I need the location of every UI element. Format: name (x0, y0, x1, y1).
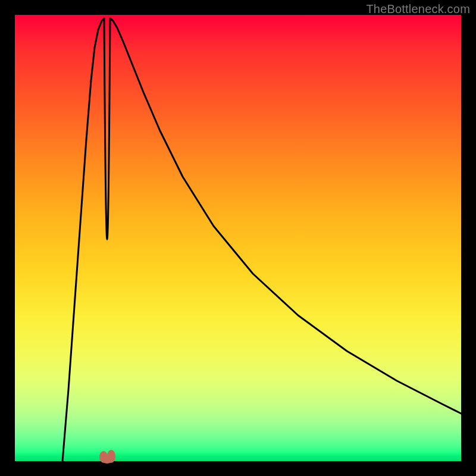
curve-right-branch (110, 18, 461, 414)
curve-layer (15, 15, 461, 461)
curve-valley-floor (104, 18, 110, 240)
chart-frame: TheBottleneck.com (0, 0, 476, 476)
watermark-text: TheBottleneck.com (366, 2, 470, 16)
plot-area (15, 15, 461, 461)
curve-left-branch (62, 18, 104, 461)
valley-blob-mid (102, 456, 112, 464)
